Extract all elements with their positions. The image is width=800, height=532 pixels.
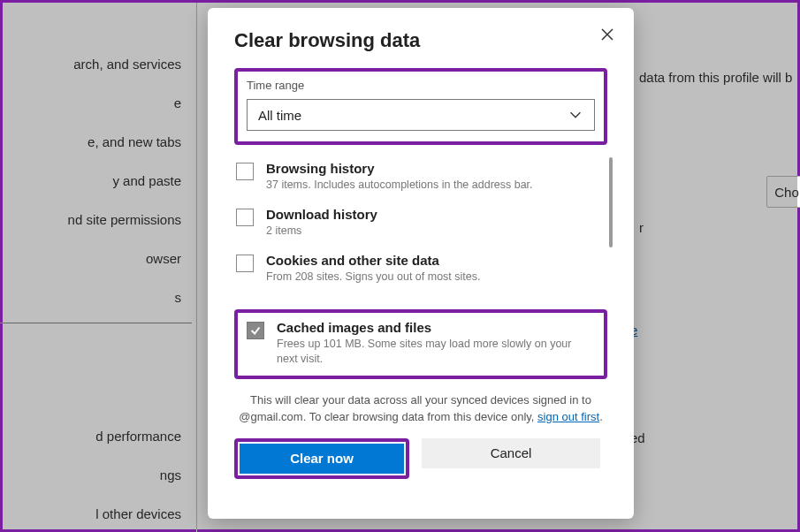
time-range-section: Time range All time	[234, 68, 607, 145]
row-title: Download history	[266, 207, 377, 222]
row-title: Browsing history	[266, 161, 533, 176]
row-subtitle: From 208 sites. Signs you out of most si…	[266, 270, 480, 285]
row-subtitle: 2 items	[266, 224, 377, 239]
data-type-row: Cached images and files Frees up 101 MB.…	[247, 320, 595, 367]
clear-now-highlight: Clear now	[234, 438, 409, 479]
chevron-down-icon	[568, 107, 583, 123]
checkbox-download-history[interactable]	[236, 209, 254, 226]
dialog-buttons: Clear now Cancel	[234, 438, 607, 479]
scrollbar[interactable]	[609, 157, 613, 247]
checkbox-cookies[interactable]	[236, 255, 254, 272]
sign-out-link[interactable]: sign out first	[537, 410, 599, 423]
data-type-row: Cookies and other site data From 208 sit…	[234, 246, 607, 292]
dialog-title: Clear browsing data	[234, 29, 607, 52]
sync-note: This will clear your data across all you…	[234, 391, 607, 426]
time-range-value: All time	[258, 108, 301, 123]
row-subtitle: 37 items. Includes autocompletions in th…	[266, 178, 533, 193]
check-icon	[249, 324, 262, 337]
close-icon	[600, 27, 614, 42]
cached-images-highlight: Cached images and files Frees up 101 MB.…	[234, 309, 607, 379]
cancel-button[interactable]: Cancel	[422, 438, 600, 468]
clear-now-button[interactable]: Clear now	[240, 444, 404, 474]
time-range-label: Time range	[247, 79, 595, 92]
checkbox-browsing-history[interactable]	[236, 163, 254, 180]
data-type-row: Download history 2 items	[234, 200, 607, 246]
time-range-select[interactable]: All time	[247, 99, 595, 131]
close-button[interactable]	[597, 24, 618, 45]
row-title: Cached images and files	[277, 320, 595, 335]
clear-browsing-data-dialog: Clear browsing data Time range All time …	[208, 8, 634, 519]
row-subtitle: Frees up 101 MB. Some sites may load mor…	[277, 337, 595, 367]
row-title: Cookies and other site data	[266, 253, 480, 268]
data-type-row: Browsing history 37 items. Includes auto…	[234, 154, 607, 200]
data-type-list: Browsing history 37 items. Includes auto…	[234, 154, 607, 304]
checkbox-cached-images[interactable]	[247, 322, 264, 339]
